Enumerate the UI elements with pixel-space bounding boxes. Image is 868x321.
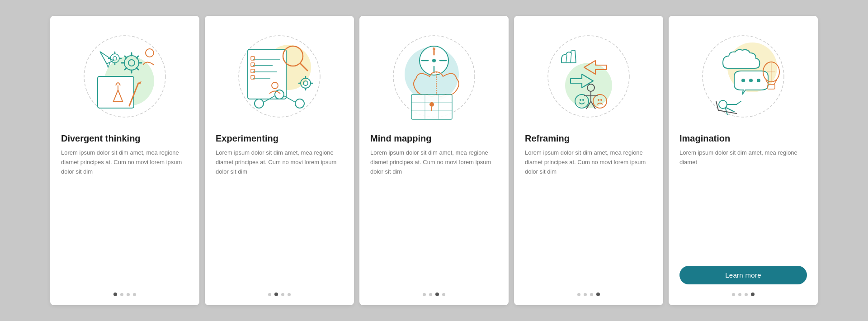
card-text-1: Lorem ipsum dolor sit dim amet, mea regi… — [61, 148, 189, 284]
dot — [120, 293, 123, 296]
card-mind-mapping: N Mind mapping Lorem ipsum dolor sit dim… — [359, 16, 509, 305]
svg-point-17 — [113, 57, 117, 60]
card-text-2: Lorem ipsum dolor sit dim amet, mea regi… — [216, 148, 343, 284]
card-text-3: Lorem ipsum dolor sit dim amet, mea regi… — [370, 148, 498, 284]
svg-rect-2 — [98, 76, 134, 108]
svg-point-82 — [741, 79, 745, 82]
card-title-5: Imagination — [679, 133, 807, 144]
card-title-3: Mind mapping — [370, 133, 498, 144]
card-icon-area-3: N — [384, 27, 484, 126]
dot — [435, 293, 439, 296]
svg-point-63 — [429, 102, 434, 107]
dot — [738, 293, 741, 296]
card-title-2: Experimenting — [216, 133, 343, 144]
dot — [133, 293, 136, 296]
card-imagination: Imagination Lorem ipsum dolor sit dim am… — [669, 16, 818, 305]
svg-line-67 — [566, 55, 567, 63]
card-dots-1 — [113, 293, 136, 296]
svg-point-38 — [295, 99, 304, 108]
svg-point-71 — [582, 99, 584, 101]
dot — [577, 293, 580, 296]
dot — [281, 293, 284, 296]
dot — [274, 293, 278, 296]
svg-point-36 — [255, 99, 264, 108]
dot — [732, 293, 735, 296]
svg-point-51 — [432, 59, 436, 62]
learn-more-button[interactable]: Learn more — [679, 266, 807, 284]
svg-line-97 — [716, 101, 718, 110]
dot — [745, 293, 748, 296]
svg-point-73 — [598, 99, 599, 101]
card-icon-area-1 — [75, 27, 175, 126]
dot — [596, 293, 600, 296]
dot — [423, 293, 426, 296]
card-dots-4 — [577, 293, 600, 296]
card-icon-area-5 — [693, 27, 793, 126]
card-text-5: Lorem ipsum dolor sit dim amet, mea regi… — [679, 148, 807, 259]
card-icon-area-2 — [230, 27, 329, 126]
card-title-1: Divergent thinking — [61, 133, 189, 144]
dot — [113, 293, 117, 296]
card-icon-area-4 — [539, 27, 638, 126]
svg-line-68 — [571, 52, 571, 63]
card-dots-2 — [268, 293, 291, 296]
dot — [584, 293, 587, 296]
svg-point-74 — [600, 99, 602, 101]
card-dots-5 — [732, 293, 755, 296]
svg-text:N: N — [433, 47, 436, 51]
card-divergent-thinking: Divergent thinking Lorem ipsum dolor sit… — [50, 16, 199, 305]
svg-point-22 — [146, 49, 154, 57]
dot — [127, 293, 130, 296]
svg-line-94 — [736, 101, 741, 104]
dot — [288, 293, 291, 296]
card-text-4: Lorem ipsum dolor sit dim amet, mea regi… — [525, 148, 652, 284]
card-title-4: Reframing — [525, 133, 652, 144]
dot — [751, 293, 755, 296]
dot — [590, 293, 593, 296]
dot — [268, 293, 271, 296]
card-reframing: Reframing Lorem ipsum dolor sit dim amet… — [514, 16, 663, 305]
svg-point-84 — [757, 79, 760, 82]
svg-point-70 — [580, 99, 581, 101]
card-experimenting: Experimenting Lorem ipsum dolor sit dim … — [205, 16, 354, 305]
svg-point-83 — [749, 79, 753, 82]
dot — [442, 293, 445, 296]
card-dots-3 — [423, 293, 445, 296]
cards-container: Divergent thinking Lorem ipsum dolor sit… — [32, 2, 836, 319]
svg-line-14 — [137, 56, 138, 58]
dot — [429, 293, 432, 296]
